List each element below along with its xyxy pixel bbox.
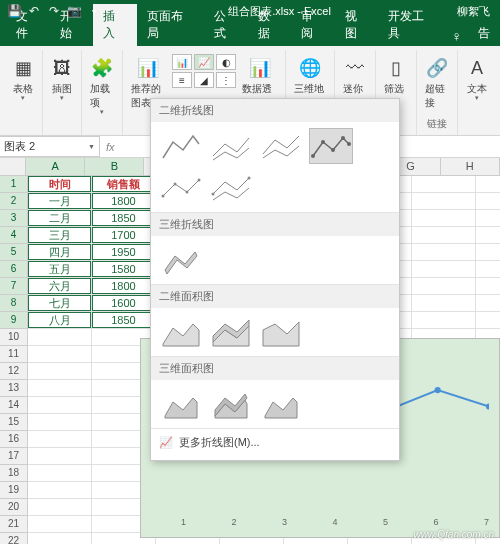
chart-type-area-icon[interactable]: ◢ <box>194 72 214 88</box>
cell[interactable]: 1700 <box>92 227 156 244</box>
chart-thumb-line[interactable] <box>159 128 203 164</box>
row-header[interactable]: 12 <box>0 363 28 380</box>
row-header[interactable]: 20 <box>0 499 28 516</box>
chart-thumb-100stacked-area[interactable] <box>259 314 303 350</box>
row-header[interactable]: 7 <box>0 278 28 295</box>
cell[interactable] <box>476 261 500 278</box>
chart-thumb-line-markers[interactable] <box>309 128 353 164</box>
row-header[interactable]: 19 <box>0 482 28 499</box>
cell[interactable] <box>28 448 92 465</box>
row-header[interactable]: 3 <box>0 210 28 227</box>
cell[interactable] <box>412 295 476 312</box>
tab-layout[interactable]: 页面布局 <box>137 4 204 46</box>
cell[interactable]: 销售额 <box>92 176 156 193</box>
cell[interactable]: 六月 <box>28 278 92 295</box>
row-header[interactable]: 6 <box>0 261 28 278</box>
cell[interactable] <box>28 397 92 414</box>
chart-thumb-100stacked-line[interactable] <box>259 128 303 164</box>
cell[interactable] <box>412 227 476 244</box>
chart-type-pie-icon[interactable]: ◐ <box>216 54 236 70</box>
cell[interactable]: 1600 <box>92 295 156 312</box>
cell[interactable] <box>28 346 92 363</box>
cell[interactable]: 二月 <box>28 210 92 227</box>
cell[interactable] <box>412 210 476 227</box>
cell[interactable]: 1850 <box>92 312 156 329</box>
row-header[interactable]: 11 <box>0 346 28 363</box>
row-header[interactable]: 13 <box>0 380 28 397</box>
chart-type-bar-icon[interactable]: ≡ <box>172 72 192 88</box>
cell[interactable] <box>28 533 92 544</box>
chart-type-scatter-icon[interactable]: ⋮ <box>216 72 236 88</box>
cell[interactable] <box>476 278 500 295</box>
row-header[interactable]: 5 <box>0 244 28 261</box>
tab-dev[interactable]: 开发工具 <box>378 4 445 46</box>
tab-tell[interactable]: 告 <box>468 21 500 46</box>
cell[interactable]: 五月 <box>28 261 92 278</box>
user-name[interactable]: 柳絮飞 <box>457 4 490 19</box>
tab-view[interactable]: 视图 <box>335 4 379 46</box>
cell[interactable]: 七月 <box>28 295 92 312</box>
namebox-dropdown-icon[interactable]: ▼ <box>88 143 95 150</box>
cell[interactable] <box>28 431 92 448</box>
cell[interactable] <box>412 261 476 278</box>
cell[interactable]: 1580 <box>92 261 156 278</box>
cell[interactable] <box>476 193 500 210</box>
cell[interactable] <box>412 312 476 329</box>
name-box[interactable]: 图表 2 ▼ <box>0 136 100 157</box>
col-header[interactable]: A <box>26 158 85 176</box>
cell[interactable] <box>28 516 92 533</box>
cell[interactable] <box>28 465 92 482</box>
cell[interactable] <box>476 295 500 312</box>
chart-thumb-100stacked-line-markers[interactable] <box>209 170 253 206</box>
row-header[interactable]: 4 <box>0 227 28 244</box>
qat-dropdown-icon[interactable]: ▼ <box>86 3 102 19</box>
cell[interactable] <box>476 312 500 329</box>
chart-thumb-3d-100stacked-area[interactable] <box>259 386 303 422</box>
col-header[interactable]: H <box>441 158 500 176</box>
chart-thumb-3d-stacked-area[interactable] <box>209 386 253 422</box>
cell[interactable] <box>28 329 92 346</box>
cell[interactable] <box>28 414 92 431</box>
cell[interactable]: 1850 <box>92 210 156 227</box>
camera-icon[interactable]: 📷 <box>66 3 82 19</box>
chart-thumb-3d-area[interactable] <box>159 386 203 422</box>
undo-icon[interactable]: ↶ <box>26 3 42 19</box>
tell-me-icon[interactable]: ♀ <box>446 26 469 46</box>
tables-button[interactable]: ▦ 表格 ▾ <box>8 52 38 104</box>
tab-data[interactable]: 数据 <box>248 4 292 46</box>
tab-formulas[interactable]: 公式 <box>204 4 248 46</box>
row-header[interactable]: 14 <box>0 397 28 414</box>
addins-button[interactable]: 🧩 加载项 ▾ <box>86 52 118 118</box>
col-header[interactable]: B <box>85 158 144 176</box>
fx-icon[interactable]: fx <box>100 141 121 153</box>
select-all-corner[interactable] <box>0 158 26 176</box>
row-header[interactable]: 18 <box>0 465 28 482</box>
text-button[interactable]: A 文本 ▾ <box>462 52 492 104</box>
row-header[interactable]: 10 <box>0 329 28 346</box>
row-header[interactable]: 22 <box>0 533 28 544</box>
row-header[interactable]: 1 <box>0 176 28 193</box>
cell[interactable] <box>28 482 92 499</box>
row-header[interactable]: 21 <box>0 516 28 533</box>
tab-review[interactable]: 审阅 <box>291 4 335 46</box>
cell[interactable]: 一月 <box>28 193 92 210</box>
save-icon[interactable]: 💾 <box>6 3 22 19</box>
illustrations-button[interactable]: 🖼 插图 ▾ <box>47 52 77 104</box>
cell[interactable]: 1800 <box>92 193 156 210</box>
chart-thumb-3d-line[interactable] <box>159 242 203 278</box>
cell[interactable]: 1800 <box>92 278 156 295</box>
redo-icon[interactable]: ↷ <box>46 3 62 19</box>
chart-thumb-stacked-area[interactable] <box>209 314 253 350</box>
cell[interactable]: 1950 <box>92 244 156 261</box>
cell[interactable]: 四月 <box>28 244 92 261</box>
chart-type-line-icon[interactable]: 📈 <box>194 54 214 70</box>
cell[interactable] <box>476 210 500 227</box>
cell[interactable] <box>28 363 92 380</box>
row-header[interactable]: 17 <box>0 448 28 465</box>
cell[interactable] <box>412 176 476 193</box>
cell[interactable] <box>476 244 500 261</box>
cell[interactable] <box>412 244 476 261</box>
chart-thumb-area[interactable] <box>159 314 203 350</box>
chart-type-column-icon[interactable]: 📊 <box>172 54 192 70</box>
cell[interactable] <box>476 227 500 244</box>
